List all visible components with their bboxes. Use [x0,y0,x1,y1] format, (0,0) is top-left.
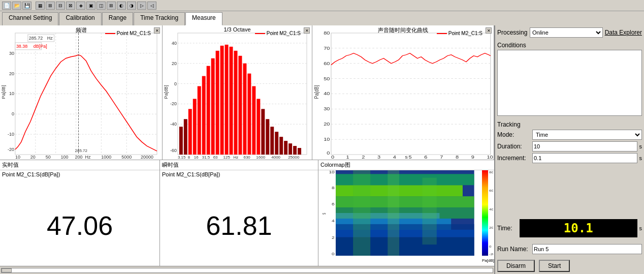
svg-text:-10: -10 [8,132,14,137]
svg-text:5000: 5000 [121,155,132,160]
svg-text:16: 16 [194,155,199,160]
svg-text:4: 4 [393,155,397,160]
svg-rect-70 [230,47,233,155]
svg-rect-60 [184,119,187,155]
duration-row: Duration: s [497,141,642,151]
svg-rect-61 [188,109,192,155]
toolbar: 📄 📂 💾 ▦ ⊞ ⊟ ⊠ ◈ ▣ ◫ ⊞ ◐ ◑ ▷ ◁ [0,0,644,11]
svg-text:0: 0 [327,150,330,156]
scroll-track[interactable] [1,268,493,273]
svg-text:8: 8 [188,155,190,160]
time-variation-legend-line [437,33,447,34]
increment-label: Increment: [497,155,530,162]
svg-text:125: 125 [223,155,231,160]
svg-text:-20: -20 [489,253,493,256]
icon9[interactable]: ◐ [117,2,126,10]
svg-text:50: 50 [324,76,330,81]
new-icon[interactable]: 📄 [2,2,11,10]
icon8[interactable]: ⊞ [107,2,116,10]
conditions-title: Conditions [497,42,642,49]
svg-text:50: 50 [46,155,51,160]
processing-label: Processing [497,29,528,36]
icon4[interactable]: ⊠ [66,2,75,10]
svg-rect-64 [202,76,206,155]
spectrum-legend: Point M2_C1:S [105,31,151,36]
svg-rect-68 [220,46,224,155]
time-variation-close-btn[interactable]: ✕ [486,27,492,34]
run-name-label: Run Name: [497,246,530,253]
svg-rect-35 [178,33,307,155]
realtime-point-label: Point M2_C1:S(dB[Pa]) [0,170,159,178]
svg-text:3.15: 3.15 [178,155,186,160]
icon10[interactable]: ◑ [127,2,136,10]
tab-measure[interactable]: Measure [185,12,222,25]
data-explorer-link[interactable]: Data Explorer [605,29,642,36]
svg-rect-59 [179,127,183,155]
svg-text:63: 63 [213,155,218,160]
time-display-box: 10.1 [520,219,637,237]
tab-channel-setting[interactable]: Channel Setting [2,12,58,25]
svg-text:60: 60 [489,189,493,192]
duration-input[interactable] [532,141,637,151]
increment-input[interactable] [532,153,637,163]
octave-close-btn[interactable]: ✕ [304,27,310,34]
svg-rect-85 [298,148,301,155]
svg-text:630: 630 [243,155,250,160]
time-variation-svg: 70 60 50 40 30 20 10 0 80 0 1 2 3 4 s 5 [312,25,494,160]
save-icon[interactable]: 💾 [22,2,31,10]
svg-text:Hz: Hz [234,155,239,160]
mode-select[interactable]: Time Frequency Order [532,130,642,140]
svg-text:1000: 1000 [101,155,111,160]
tracking-section: Tracking Mode: Time Frequency Order Dura… [497,120,642,165]
disarm-button[interactable]: Disarm [497,260,535,272]
svg-text:30: 30 [324,106,330,111]
charts-top-row: 频谱 Point M2_C1:S ✕ [0,25,494,160]
svg-text:285.72: 285.72 [75,148,88,153]
start-button[interactable]: Start [539,260,570,272]
svg-text:200: 200 [75,155,83,160]
realtime-value: 47.06 [0,178,159,273]
run-name-input[interactable] [532,244,642,254]
icon11[interactable]: ▷ [137,2,146,10]
icon12[interactable]: ◁ [147,2,156,10]
svg-rect-78 [266,119,269,155]
svg-rect-76 [256,99,260,155]
icon6[interactable]: ▣ [86,2,95,10]
octave-chart: 1/3 Octave Point M2_C1:S ✕ 40 20 [163,25,312,160]
svg-text:20: 20 [324,121,330,127]
icon1[interactable]: ▦ [36,2,45,10]
processing-select[interactable]: Online Offline [530,27,603,38]
svg-rect-82 [284,141,287,155]
icon7[interactable]: ◫ [96,2,106,10]
svg-text:3: 3 [377,155,381,160]
time-unit: s [639,225,642,231]
duration-unit: s [639,143,642,149]
tab-calibration[interactable]: Calibration [59,12,101,25]
open-icon[interactable]: 📂 [12,2,21,10]
scroll-thumb[interactable] [2,268,12,272]
svg-text:10: 10 [15,155,20,160]
icon3[interactable]: ⊟ [56,2,65,10]
svg-text:20: 20 [30,155,36,160]
svg-text:0: 0 [332,252,335,256]
svg-text:80: 80 [489,171,493,174]
conditions-box [497,50,642,116]
charts-area: 频谱 Point M2_C1:S ✕ [0,25,494,274]
tab-time-tracking[interactable]: Time Tracking [134,12,185,25]
spectrum-close-btn[interactable]: ✕ [154,27,160,34]
svg-rect-67 [216,51,219,155]
svg-text:8: 8 [332,186,335,190]
icon2[interactable]: ⊞ [46,2,55,10]
svg-rect-79 [270,127,274,155]
tab-range[interactable]: Range [102,12,133,25]
svg-rect-75 [252,86,255,155]
increment-unit: s [639,155,642,161]
instant-point-label: Point M2_C1:S(dB[Pa]) [160,170,318,178]
svg-rect-81 [279,137,283,155]
main-area: 频谱 Point M2_C1:S ✕ [0,25,644,274]
icon5[interactable]: ◈ [76,2,85,10]
realtime-title-bar: 实时值 [0,160,159,170]
sidebar: Processing Online Offline Data Explorer … [494,25,644,274]
instant-title: 瞬时值 [162,162,179,168]
realtime-panel: 实时值 Point M2_C1:S(dB[Pa]) 47.06 [0,160,160,266]
